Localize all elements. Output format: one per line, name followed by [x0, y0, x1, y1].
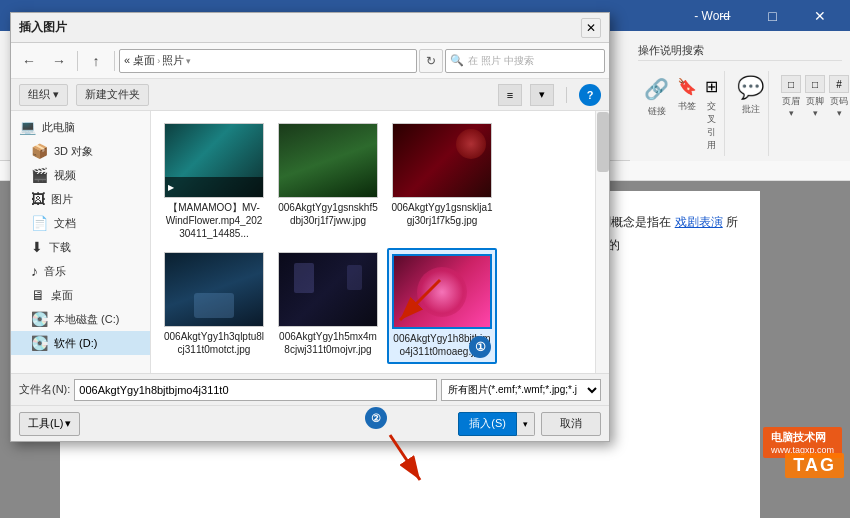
view-button[interactable]: ≡: [498, 84, 522, 106]
organize-button[interactable]: 组织 ▾: [19, 84, 68, 106]
filetype-select[interactable]: 所有图片(*.emf;*.wmf;*.jpg;*.j: [441, 379, 601, 401]
3dobjects-label: 3D 对象: [54, 144, 93, 159]
downloads-label: 下载: [49, 240, 71, 255]
videos-label: 视频: [54, 168, 76, 183]
nav-item-music[interactable]: ♪ 音乐: [11, 259, 150, 283]
pagenum-label: 页码▾: [829, 95, 849, 118]
pictures-label: 图片: [51, 192, 73, 207]
file-item-3[interactable]: 006AkgtYgy1h3qlptu8lcj311t0motct.jpg: [159, 248, 269, 364]
toolbar-separator-2: [114, 51, 115, 71]
file-name-4: 006AkgtYgy1h5mx4m8cjwj311t0mojvr.jpg: [277, 330, 379, 356]
nav-item-desktop[interactable]: 🖥 桌面: [11, 283, 150, 307]
file-item-4[interactable]: 006AkgtYgy1h5mx4m8cjwj311t0mojvr.jpg: [273, 248, 383, 364]
file-thumb-0: ▶: [164, 123, 264, 198]
bookmark-icon[interactable]: 🔖: [675, 75, 699, 98]
help-button[interactable]: ?: [579, 84, 601, 106]
nav-item-videos[interactable]: 🎬 视频: [11, 163, 150, 187]
comment-icon[interactable]: 💬: [737, 75, 764, 101]
cancel-button[interactable]: 取消: [541, 412, 601, 436]
computer-label: 此电脑: [42, 120, 75, 135]
ribbon-right-section: 操作说明搜索 🔗 链接 🔖 书签 ⊞ 交叉引用 💬: [630, 31, 850, 161]
dialog-buttons-bar: 工具(L) ▾ 插入(S) ▾ 取消: [11, 405, 609, 441]
grid-scrollbar[interactable]: [595, 111, 609, 373]
insert-picture-dialog: 插入图片 ✕ ← → ↑ « 桌面 › 照片 ▾ ↻ 🔍 在 照片 中搜索 组织…: [10, 12, 610, 442]
header-label: 页眉▾: [781, 95, 801, 118]
new-folder-button[interactable]: 新建文件夹: [76, 84, 149, 106]
pagenum-icon[interactable]: #: [829, 75, 849, 93]
address-bar[interactable]: « 桌面 › 照片 ▾: [119, 49, 417, 73]
downloads-icon: ⬇: [31, 239, 43, 255]
bookmark-label: 书签: [678, 100, 696, 113]
file-thumb-4: [278, 252, 378, 327]
tools-button[interactable]: 工具(L) ▾: [19, 412, 80, 436]
header-icon[interactable]: □: [781, 75, 801, 93]
music-label: 音乐: [44, 264, 66, 279]
file-thumb-3: [164, 252, 264, 327]
annotation-badge-2: ②: [365, 407, 387, 429]
file-thumb-2: [392, 123, 492, 198]
forward-button[interactable]: →: [45, 48, 73, 74]
dialog-filename-bar: 文件名(N): 所有图片(*.emf;*.wmf;*.jpg;*.j: [11, 373, 609, 405]
file-item-2[interactable]: 006AkgtYgy1gsnsklja1gj30rj1f7k5g.jpg: [387, 119, 497, 244]
pictures-icon: 🖼: [31, 191, 45, 207]
drive-d-label: 软件 (D:): [54, 336, 97, 351]
doc-link-drama[interactable]: 戏剧表演: [675, 215, 723, 229]
insert-label: 插入(S): [469, 416, 506, 431]
close-button[interactable]: ✕: [797, 0, 842, 31]
search-placeholder-text: 在 照片 中搜索: [468, 54, 534, 68]
cancel-label: 取消: [560, 416, 582, 431]
address-part-desktop: « 桌面: [124, 53, 155, 68]
footer-icon[interactable]: □: [805, 75, 825, 93]
toolbar-separator-1: [77, 51, 78, 71]
file-item-1[interactable]: 006AkgtYgy1gsnskhf5dbj30rj1f7jww.jpg: [273, 119, 383, 244]
nav-item-drive-d[interactable]: 💽 软件 (D:): [11, 331, 150, 355]
drive-d-icon: 💽: [31, 335, 48, 351]
drive-c-label: 本地磁盘 (C:): [54, 312, 119, 327]
address-dropdown-arrow: ▾: [186, 56, 191, 66]
ribbon-pagenum-item: # 页码▾: [829, 75, 849, 118]
documents-icon: 📄: [31, 215, 48, 231]
search-box[interactable]: 🔍 在 照片 中搜索: [445, 49, 605, 73]
nav-item-drive-c[interactable]: 💽 本地磁盘 (C:): [11, 307, 150, 331]
comment-label: 批注: [742, 103, 760, 116]
new-folder-label: 新建文件夹: [85, 87, 140, 102]
ribbon-header-item: □ 页眉▾: [781, 75, 801, 118]
maximize-button[interactable]: □: [750, 0, 795, 31]
view-dropdown-button[interactable]: ▾: [530, 84, 554, 106]
insert-button[interactable]: 插入(S): [458, 412, 517, 436]
dialog-actionbar: 组织 ▾ 新建文件夹 ≡ ▾ ?: [11, 79, 609, 111]
filename-input[interactable]: [74, 379, 437, 401]
videos-icon: 🎬: [31, 167, 48, 183]
nav-item-3dobjects[interactable]: 📦 3D 对象: [11, 139, 150, 163]
file-name-2: 006AkgtYgy1gsnsklja1gj30rj1f7k5g.jpg: [391, 201, 493, 227]
dialog-content: 💻 此电脑 📦 3D 对象 🎬 视频 🖼 图片 📄 文档 ⬇ 下载: [11, 111, 609, 373]
ribbon-search-label[interactable]: 操作说明搜索: [638, 44, 704, 56]
address-parts: « 桌面 › 照片 ▾: [124, 53, 191, 68]
file-item-5[interactable]: ① 006AkgtYgy1h8bjtbjmo4j311t0moaeg.jpg: [387, 248, 497, 364]
file-grid: ▶ 【MAMAMOO】MV- WindFlower.mp4_20230411_1…: [151, 111, 609, 373]
actionbar-separator: [566, 87, 567, 103]
ribbon-link-group: 🔗 链接 🔖 书签 ⊞ 交叉引用: [638, 71, 725, 156]
file-name-1: 006AkgtYgy1gsnskhf5dbj30rj1f7jww.jpg: [277, 201, 379, 227]
nav-item-downloads[interactable]: ⬇ 下载: [11, 235, 150, 259]
ribbon-comment-item: 💬 批注: [737, 75, 764, 116]
scrollbar-thumb: [597, 112, 609, 172]
dialog-close-button[interactable]: ✕: [581, 18, 601, 38]
dialog-title: 插入图片: [19, 19, 67, 36]
crossref-icon[interactable]: ⊞: [703, 75, 720, 98]
up-button[interactable]: ↑: [82, 48, 110, 74]
nav-item-computer[interactable]: 💻 此电脑: [11, 115, 150, 139]
insert-dropdown-button[interactable]: ▾: [517, 412, 535, 436]
organize-label: 组织 ▾: [28, 87, 59, 102]
refresh-button[interactable]: ↻: [419, 49, 443, 73]
link-icon[interactable]: 🔗: [642, 75, 671, 103]
back-button[interactable]: ←: [15, 48, 43, 74]
ribbon-comment-group: 💬 批注: [733, 71, 769, 156]
ribbon-link-item: 🔗 链接: [642, 75, 671, 118]
address-part-photos: 照片: [162, 53, 184, 68]
file-item-0[interactable]: ▶ 【MAMAMOO】MV- WindFlower.mp4_20230411_1…: [159, 119, 269, 244]
ribbon-crossref-item: ⊞ 交叉引用: [703, 75, 720, 152]
nav-item-documents[interactable]: 📄 文档: [11, 211, 150, 235]
file-name-3: 006AkgtYgy1h3qlptu8lcj311t0motct.jpg: [163, 330, 265, 356]
nav-item-pictures[interactable]: 🖼 图片: [11, 187, 150, 211]
